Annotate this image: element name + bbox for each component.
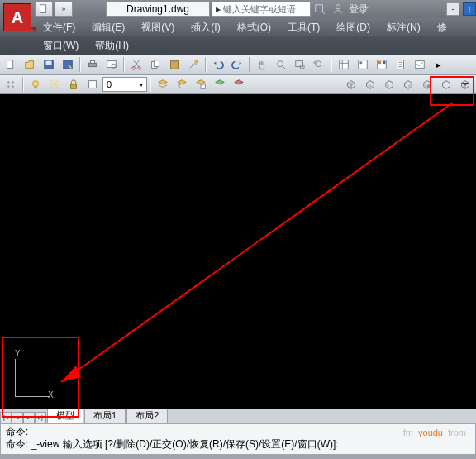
match-properties-icon[interactable] — [184, 56, 202, 73]
design-center-icon[interactable] — [354, 56, 372, 73]
separator-icon — [123, 57, 125, 72]
markup-icon[interactable] — [411, 56, 429, 73]
copy-icon[interactable] — [146, 56, 164, 73]
save-icon[interactable] — [40, 56, 58, 73]
separator-icon — [150, 77, 151, 92]
menu-window[interactable]: 窗口(W) — [35, 36, 87, 55]
menu-insert[interactable]: 插入(I) — [183, 18, 228, 36]
user-icon[interactable] — [329, 2, 347, 17]
svg-rect-4 — [7, 60, 13, 69]
svg-point-3 — [336, 5, 340, 9]
menu-draw[interactable]: 绘图(D) — [328, 18, 378, 36]
paste-icon[interactable] — [165, 56, 183, 73]
menu-view[interactable]: 视图(V) — [133, 18, 183, 36]
annotation-highlight-bottom-left — [2, 337, 79, 418]
sun-icon[interactable] — [45, 76, 64, 93]
login-button[interactable]: 登录 — [349, 2, 369, 17]
sheet-set-icon[interactable] — [392, 56, 410, 73]
layers-views-toolbar: 0▾ — [0, 74, 476, 94]
layer-manager-icon[interactable] — [154, 76, 172, 93]
svg-rect-28 — [383, 61, 386, 65]
svg-point-19 — [278, 61, 283, 67]
menubar: 文件(F) 编辑(E) 视图(V) 插入(I) 格式(O) 工具(T) 绘图(D… — [0, 18, 476, 55]
lock-icon[interactable] — [64, 76, 83, 93]
layer-isolate-icon[interactable] — [211, 76, 229, 93]
menu-modify[interactable]: 修 — [429, 18, 455, 36]
layer-dropdown[interactable]: 0▾ — [102, 77, 147, 92]
annotation-highlight-top-right — [430, 76, 474, 106]
undo-icon[interactable] — [209, 56, 227, 73]
svg-point-37 — [52, 82, 56, 86]
lightbulb-icon[interactable] — [26, 76, 45, 93]
filename-label: Drawing1.dwg — [106, 2, 210, 17]
open-file-icon[interactable] — [21, 56, 39, 73]
layer-states-icon[interactable] — [192, 76, 210, 93]
view-top-icon[interactable] — [342, 76, 360, 93]
saveas-icon[interactable] — [59, 56, 77, 73]
menu-edit[interactable]: 编辑(E) — [83, 18, 133, 36]
svg-rect-18 — [195, 60, 198, 64]
more-tools-icon[interactable]: ▸ — [430, 56, 448, 73]
svg-point-35 — [33, 81, 39, 87]
new-file-icon[interactable] — [2, 56, 20, 73]
search-input[interactable]: 键入关键字或短语 — [212, 2, 311, 17]
view-bottom-icon[interactable] — [361, 76, 379, 93]
zoom-previous-icon[interactable] — [310, 56, 328, 73]
plot-preview-icon[interactable] — [102, 56, 121, 73]
layer-unisolate-icon[interactable] — [230, 76, 248, 93]
svg-rect-9 — [90, 61, 94, 64]
menu-help[interactable]: 帮助(H) — [87, 36, 137, 55]
svg-rect-17 — [173, 60, 176, 63]
svg-point-22 — [316, 61, 321, 67]
svg-rect-38 — [71, 84, 77, 88]
menu-dimension[interactable]: 标注(N) — [378, 18, 429, 36]
handle-icon[interactable] — [2, 76, 20, 93]
separator-icon — [249, 57, 250, 72]
view-right-icon[interactable] — [399, 76, 417, 93]
svg-rect-24 — [359, 60, 368, 69]
layer-previous-icon[interactable] — [173, 76, 191, 93]
svg-rect-8 — [89, 63, 97, 66]
svg-rect-39 — [89, 81, 97, 88]
svg-rect-30 — [416, 61, 425, 69]
infocenter-search-icon[interactable] — [311, 2, 329, 17]
svg-rect-2 — [316, 5, 323, 12]
separator-icon — [205, 57, 207, 72]
quick-access-toolbar: » — [35, 2, 73, 17]
help-button[interactable]: ! — [463, 2, 476, 16]
qat-new-button[interactable] — [35, 2, 53, 17]
menu-tools[interactable]: 工具(T) — [279, 18, 328, 36]
menu-format[interactable]: 格式(O) — [229, 18, 279, 36]
zoom-realtime-icon[interactable] — [272, 56, 290, 73]
svg-rect-6 — [46, 61, 52, 65]
svg-point-31 — [7, 81, 9, 83]
view-left-icon[interactable] — [380, 76, 398, 93]
command-prompt-line: 命令: _-view 输入选项 [?/删除(D)/正交(O)/恢复(R)/保存(… — [6, 438, 470, 451]
qat-more-button[interactable]: » — [55, 2, 73, 17]
tool-palettes-icon[interactable] — [373, 56, 391, 73]
annotation-arrow-icon — [31, 98, 461, 409]
svg-text:»: » — [62, 5, 66, 13]
autocad-logo-icon[interactable]: A — [3, 3, 31, 31]
svg-rect-40 — [201, 84, 205, 88]
tab-layout1[interactable]: 布局1 — [84, 408, 126, 423]
zoom-window-icon[interactable] — [291, 56, 309, 73]
svg-rect-36 — [34, 87, 37, 89]
svg-rect-0 — [40, 5, 46, 13]
standard-toolbar: ▸ — [0, 55, 476, 74]
redo-icon[interactable] — [228, 56, 246, 73]
print-icon[interactable] — [83, 56, 102, 73]
separator-icon — [79, 57, 81, 72]
tab-layout2[interactable]: 布局2 — [126, 408, 168, 423]
minimize-button[interactable]: - — [446, 2, 459, 16]
titlebar: » Drawing1.dwg 键入关键字或短语 登录 - ! — [0, 0, 476, 18]
svg-point-32 — [7, 85, 9, 87]
cut-icon[interactable] — [127, 56, 145, 73]
separator-icon — [331, 57, 332, 72]
properties-icon[interactable] — [335, 56, 353, 73]
svg-point-34 — [12, 85, 13, 87]
layer-color-icon[interactable] — [83, 76, 102, 93]
menu-file[interactable]: 文件(F) — [35, 18, 83, 36]
svg-rect-25 — [360, 62, 363, 65]
pan-icon[interactable] — [253, 56, 271, 73]
